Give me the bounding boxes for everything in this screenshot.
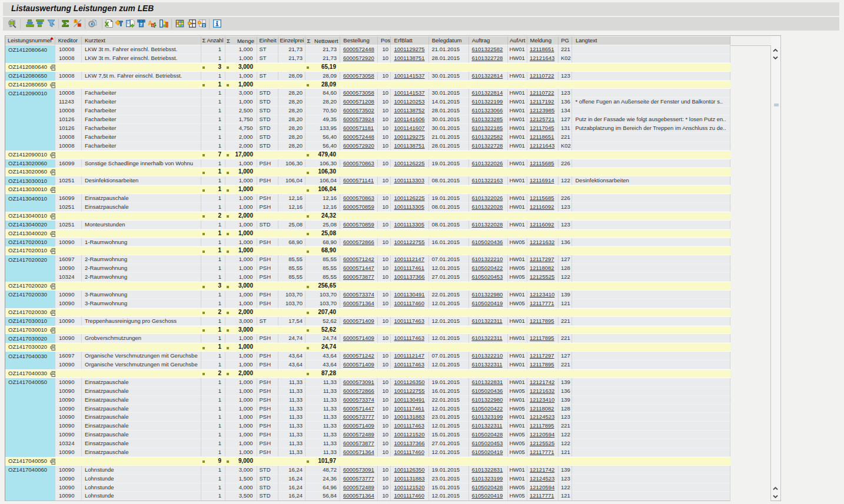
svg-text:Σ: Σ <box>74 19 77 23</box>
svg-text:Σ: Σ <box>78 23 80 27</box>
